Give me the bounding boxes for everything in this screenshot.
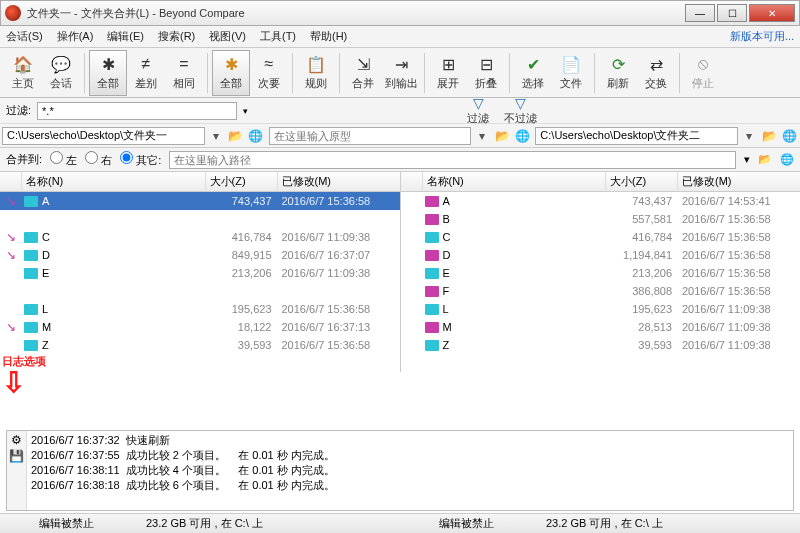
browse-icon[interactable]: 📂 — [758, 153, 772, 166]
radio-other[interactable]: 其它: — [120, 151, 161, 168]
globe-icon[interactable]: 🌐 — [780, 127, 798, 145]
radio-right[interactable]: 右 — [85, 151, 112, 168]
row-modified: 2016/6/7 15:36:58 — [678, 249, 800, 261]
export-button[interactable]: ⇥到输出 — [382, 50, 420, 96]
menu-help[interactable]: 帮助(H) — [310, 29, 347, 44]
maximize-button[interactable]: ☐ — [717, 4, 747, 22]
globe-icon[interactable]: 🌐 — [247, 127, 265, 145]
row-size: 416,784 — [606, 231, 678, 243]
row-modified: 2016/6/7 11:09:38 — [678, 339, 800, 351]
row-modified: 2016/6/7 15:36:58 — [678, 213, 800, 225]
select-button[interactable]: ✔选择 — [514, 50, 552, 96]
all2-button[interactable]: ✱全部 — [212, 50, 250, 96]
files-button[interactable]: 📄文件 — [552, 50, 590, 96]
browse-icon[interactable]: 📂 — [760, 127, 778, 145]
update-link[interactable]: 新版本可用... — [730, 29, 794, 44]
row-size: 743,437 — [206, 195, 278, 207]
refresh-button[interactable]: ⟳刷新 — [599, 50, 637, 96]
collapse-icon: ⊟ — [476, 54, 496, 74]
table-row[interactable]: E213,2062016/6/7 11:09:38 — [0, 264, 400, 282]
row-name: C — [42, 231, 50, 243]
col-modified[interactable]: 已修改(M) — [678, 172, 800, 191]
globe-icon[interactable]: 🌐 — [780, 153, 794, 166]
table-row[interactable] — [0, 210, 400, 228]
stop-button[interactable]: ⦸停止 — [684, 50, 722, 96]
center-path-input[interactable] — [269, 127, 472, 145]
home-button[interactable]: 🏠主页 — [4, 50, 42, 96]
session-button[interactable]: 💬会话 — [42, 50, 80, 96]
right-path-input[interactable] — [535, 127, 738, 145]
table-row[interactable]: E213,2062016/6/7 15:36:58 — [401, 264, 801, 282]
row-name: D — [42, 249, 50, 261]
all-button[interactable]: ✱全部 — [89, 50, 127, 96]
funnel-icon: ▽ — [473, 95, 484, 111]
save-icon[interactable]: 💾 — [9, 449, 24, 463]
menu-edit[interactable]: 编辑(E) — [107, 29, 144, 44]
arrow-icon: ↘ — [6, 320, 16, 334]
table-row[interactable]: A743,4372016/6/7 14:53:41 — [401, 192, 801, 210]
merge-path-input[interactable] — [169, 151, 736, 169]
no-filter-button[interactable]: ▽不过滤 — [502, 95, 538, 126]
col-name[interactable]: 名称(N) — [423, 172, 607, 191]
table-row[interactable] — [0, 282, 400, 300]
row-name: D — [443, 249, 451, 261]
diff-button[interactable]: ≠差别 — [127, 50, 165, 96]
menu-tools[interactable]: 工具(T) — [260, 29, 296, 44]
expand-button[interactable]: ⊞展开 — [429, 50, 467, 96]
col-modified[interactable]: 已修改(M) — [278, 172, 400, 191]
log-list: 2016/6/7 16:37:32 快速刷新2016/6/7 16:37:55 … — [27, 431, 793, 510]
table-row[interactable]: F386,8082016/6/7 15:36:58 — [401, 282, 801, 300]
table-row[interactable]: B557,5812016/6/7 15:36:58 — [401, 210, 801, 228]
browse-icon[interactable]: 📂 — [493, 127, 511, 145]
filter-input[interactable] — [37, 102, 237, 120]
table-row[interactable]: Z39,5932016/6/7 15:36:58 — [0, 336, 400, 354]
col-name[interactable]: 名称(N) — [22, 172, 206, 191]
table-row[interactable]: D1,194,8412016/6/7 15:36:58 — [401, 246, 801, 264]
dropdown-icon[interactable]: ▾ — [744, 153, 750, 166]
row-name: E — [42, 267, 49, 279]
minimize-button[interactable]: — — [685, 4, 715, 22]
table-row[interactable]: Z39,5932016/6/7 11:09:38 — [401, 336, 801, 354]
log-line: 2016/6/7 16:38:18 成功比较 6 个项目。 在 0.01 秒 内… — [31, 478, 789, 493]
row-size: 195,623 — [206, 303, 278, 315]
row-size: 743,437 — [606, 195, 678, 207]
table-row[interactable]: C416,7842016/6/7 15:36:58 — [401, 228, 801, 246]
column-header: 名称(N) 大小(Z) 已修改(M) — [401, 172, 801, 192]
dropdown-icon[interactable]: ▾ — [207, 127, 225, 145]
menu-search[interactable]: 搜索(R) — [158, 29, 195, 44]
collapse-button[interactable]: ⊟折叠 — [467, 50, 505, 96]
table-row[interactable]: L195,6232016/6/7 15:36:58 — [0, 300, 400, 318]
arrow-icon: ↘ — [6, 248, 16, 262]
table-row[interactable]: ↘A743,4372016/6/7 15:36:58 — [0, 192, 400, 210]
gear-icon[interactable]: ⚙ — [11, 433, 22, 447]
log-line: 2016/6/7 16:37:32 快速刷新 — [31, 433, 789, 448]
col-size[interactable]: 大小(Z) — [606, 172, 678, 191]
table-row[interactable]: ↘M18,1222016/6/7 16:37:13 — [0, 318, 400, 336]
dropdown-icon[interactable]: ▾ — [740, 127, 758, 145]
col-size[interactable]: 大小(Z) — [206, 172, 278, 191]
globe-icon[interactable]: 🌐 — [513, 127, 531, 145]
row-name: Z — [42, 339, 49, 351]
menu-view[interactable]: 视图(V) — [209, 29, 246, 44]
left-path-input[interactable] — [2, 127, 205, 145]
row-size: 39,593 — [206, 339, 278, 351]
radio-left[interactable]: 左 — [50, 151, 77, 168]
close-button[interactable]: ✕ — [749, 4, 795, 22]
table-row[interactable]: L195,6232016/6/7 11:09:38 — [401, 300, 801, 318]
merge-button[interactable]: ⇲合并 — [344, 50, 382, 96]
dropdown-icon[interactable]: ▾ — [473, 127, 491, 145]
menu-actions[interactable]: 操作(A) — [57, 29, 94, 44]
rules-button[interactable]: 📋规则 — [297, 50, 335, 96]
browse-icon[interactable]: 📂 — [227, 127, 245, 145]
same-button[interactable]: =相同 — [165, 50, 203, 96]
row-name: M — [443, 321, 452, 333]
table-row[interactable]: M28,5132016/6/7 11:09:38 — [401, 318, 801, 336]
minor-button[interactable]: ≈次要 — [250, 50, 288, 96]
dropdown-icon[interactable]: ▾ — [243, 106, 248, 116]
menu-bar: 会话(S) 操作(A) 编辑(E) 搜索(R) 视图(V) 工具(T) 帮助(H… — [0, 26, 800, 48]
swap-button[interactable]: ⇄交换 — [637, 50, 675, 96]
menu-session[interactable]: 会话(S) — [6, 29, 43, 44]
filter-button[interactable]: ▽过滤 — [460, 95, 496, 126]
table-row[interactable]: ↘D849,9152016/6/7 16:37:07 — [0, 246, 400, 264]
table-row[interactable]: ↘C416,7842016/6/7 11:09:38 — [0, 228, 400, 246]
